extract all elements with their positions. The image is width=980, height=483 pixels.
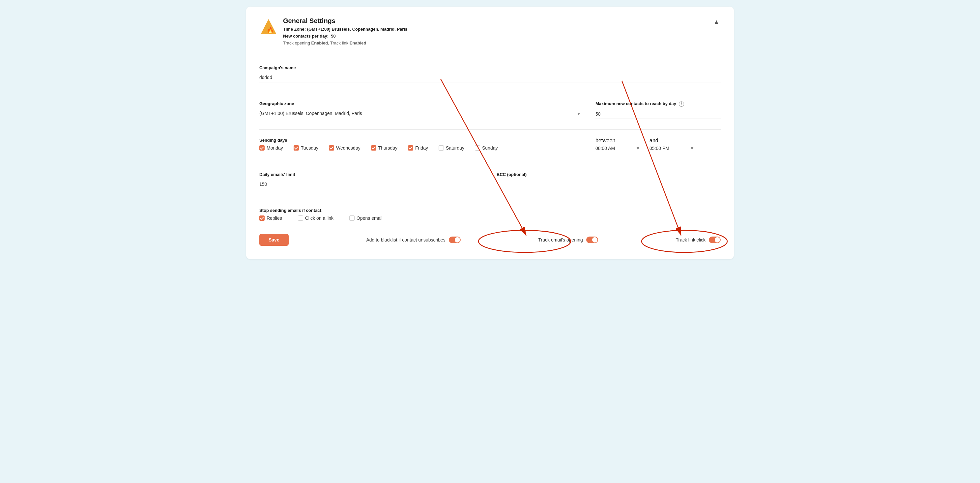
stop-sending-label: Stop sending emails if contact: [259, 208, 721, 213]
divider-5 [259, 200, 721, 200]
sending-days-label: Sending days [259, 138, 498, 143]
track-link-option: Track link click [676, 237, 721, 243]
track-line: Track opening Enabled, Track link Enable… [283, 40, 407, 47]
header-info: General Settings Time Zone: (GMT+1:00) B… [283, 17, 407, 46]
contacts-line: New contacts per day: 50 [283, 33, 407, 40]
checkbox-wednesday [329, 145, 334, 151]
svg-text:🔥: 🔥 [267, 27, 274, 34]
track-link-toggle[interactable] [709, 237, 721, 243]
and-label: and [649, 138, 695, 144]
campaign-name-label: Campaign's name [259, 65, 721, 70]
app-logo: 🔥 [259, 17, 278, 36]
checkbox-friday [408, 145, 413, 151]
checkbox-monday [259, 145, 265, 151]
max-contacts-input[interactable] [595, 110, 721, 119]
geographic-zone-label: Geographic zone [259, 101, 582, 106]
daily-limit-section: Daily emails' limit [259, 172, 484, 189]
geographic-zone-wrapper: (GMT+1:00) Brussels, Copenhagen, Madrid,… [259, 109, 582, 118]
divider-1 [259, 57, 721, 57]
blacklist-option: Add to blacklist if contact unsubscribes [366, 237, 460, 243]
track-opening-label: Track email's opening [538, 237, 583, 243]
day-saturday[interactable]: Saturday [439, 145, 464, 151]
sending-days-section: Sending days Monday Tuesday [259, 138, 721, 153]
sending-days-checkboxes: Monday Tuesday Wednesday T [259, 145, 498, 151]
day-friday[interactable]: Friday [408, 145, 428, 151]
stop-replies[interactable]: Replies [259, 216, 282, 221]
day-wednesday[interactable]: Wednesday [329, 145, 361, 151]
track-link-status: Enabled [350, 41, 366, 46]
geographic-zone-select[interactable]: (GMT+1:00) Brussels, Copenhagen, Madrid,… [259, 109, 582, 118]
checkbox-opens-email [349, 216, 355, 221]
timezone-value: (GMT+1:00) Brussels, Copenhagen, Madrid,… [307, 27, 407, 32]
max-contacts-label: Maximum new contacts to reach by day i [595, 101, 721, 107]
day-sunday[interactable]: Sunday [475, 145, 498, 151]
track-link-label: Track link click [676, 237, 706, 243]
daily-bcc-row: Daily emails' limit BCC (optional) [259, 172, 721, 189]
stop-sending-section: Stop sending emails if contact: Replies … [259, 208, 721, 221]
divider-2 [259, 93, 721, 93]
day-tuesday[interactable]: Tuesday [294, 145, 318, 151]
contacts-value: 50 [331, 33, 336, 38]
header: 🔥 General Settings Time Zone: (GMT+1:00)… [259, 17, 721, 46]
end-time-select[interactable]: 05:00 PM [649, 144, 695, 153]
track-opening-option: Track email's opening [538, 237, 598, 243]
bcc-section: BCC (optional) [496, 172, 721, 189]
bottom-bar: Save Add to blacklist if contact unsubsc… [259, 234, 721, 246]
info-icon[interactable]: i [679, 102, 684, 107]
between-label: between [595, 138, 641, 144]
daily-limit-input[interactable] [259, 180, 484, 189]
checkbox-tuesday [294, 145, 299, 151]
geographic-zone-section: Geographic zone (GMT+1:00) Brussels, Cop… [259, 101, 582, 119]
track-opening-toggle[interactable] [586, 237, 598, 243]
blacklist-toggle[interactable] [449, 237, 461, 243]
stop-options: Replies Click on a link Opens email [259, 216, 721, 221]
checkbox-sunday [475, 145, 480, 151]
campaign-name-section: Campaign's name [259, 65, 721, 83]
checkbox-click-link [298, 216, 303, 221]
start-time-group: between 08:00 AM ▼ [595, 138, 641, 153]
header-left: 🔥 General Settings Time Zone: (GMT+1:00)… [259, 17, 407, 46]
save-button[interactable]: Save [259, 234, 289, 246]
page-title: General Settings [283, 17, 407, 25]
settings-card: 🔥 General Settings Time Zone: (GMT+1:00)… [246, 6, 734, 259]
track-opening-status: Enabled [312, 41, 328, 46]
day-thursday[interactable]: Thursday [371, 145, 398, 151]
end-time-group: and 05:00 PM ▼ [649, 138, 695, 153]
bcc-label: BCC (optional) [496, 172, 721, 177]
contacts-label: New contacts per day: [283, 33, 329, 38]
stop-click-link[interactable]: Click on a link [298, 216, 334, 221]
timezone-label: Time Zone: [283, 27, 306, 32]
start-time-select[interactable]: 08:00 AM [595, 144, 641, 153]
time-between-section: between 08:00 AM ▼ and 05:00 PM ▼ [595, 138, 721, 153]
max-contacts-section: Maximum new contacts to reach by day i [595, 101, 721, 119]
collapse-button[interactable]: ▲ [712, 17, 721, 27]
zone-contacts-row: Geographic zone (GMT+1:00) Brussels, Cop… [259, 101, 721, 119]
campaign-name-input[interactable] [259, 73, 721, 83]
timezone-line: Time Zone: (GMT+1:00) Brussels, Copenhag… [283, 26, 407, 33]
end-time-wrapper: 05:00 PM ▼ [649, 144, 695, 153]
sending-days-left: Sending days Monday Tuesday [259, 138, 498, 151]
start-time-wrapper: 08:00 AM ▼ [595, 144, 641, 153]
divider-3 [259, 129, 721, 130]
sending-days-header-row: Sending days Monday Tuesday [259, 138, 721, 153]
bcc-input[interactable] [496, 180, 721, 189]
daily-limit-label: Daily emails' limit [259, 172, 484, 177]
checkbox-saturday [439, 145, 444, 151]
stop-opens-email[interactable]: Opens email [349, 216, 383, 221]
checkbox-thursday [371, 145, 376, 151]
blacklist-label: Add to blacklist if contact unsubscribes [366, 237, 445, 243]
day-monday[interactable]: Monday [259, 145, 283, 151]
checkbox-replies [259, 216, 265, 221]
